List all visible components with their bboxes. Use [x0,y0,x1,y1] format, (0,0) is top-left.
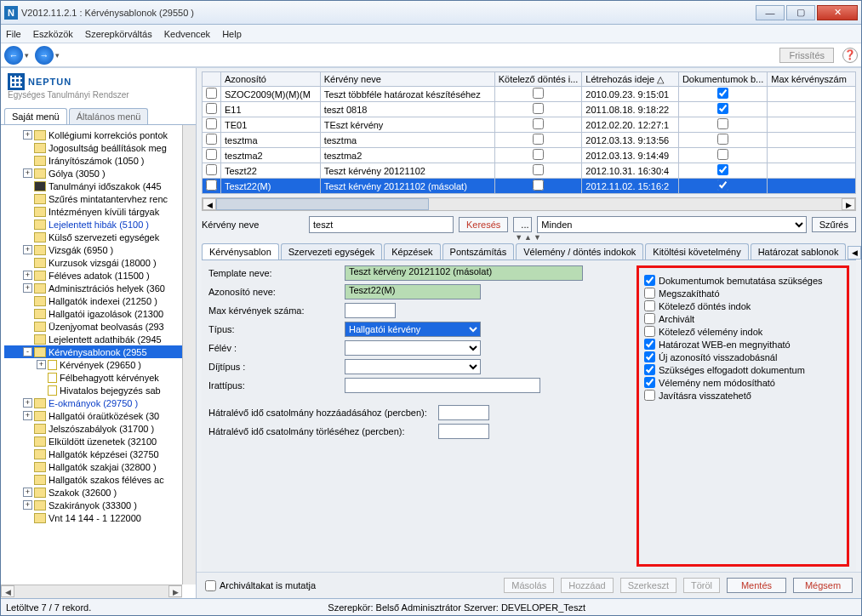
copy-button[interactable]: Másolás [504,578,554,593]
nav-back-button[interactable]: ← [4,46,23,65]
nav-tree[interactable]: +Kollégiumi korrekciós pontokJogosultság… [1,125,196,598]
irattipus-input[interactable] [345,378,540,393]
tab-left[interactable]: ◀ [848,246,861,260]
nav-back-drop[interactable]: ▾ [25,51,33,60]
tree-item[interactable]: Külső szervezeti egységek [4,231,194,243]
col-header[interactable]: Létrehozás ideje △ [582,72,679,87]
tree-item[interactable]: Hallgatói igazolások (21300 [4,307,194,320]
detail-tab[interactable]: Szervezeti egységek [281,243,383,260]
row-check[interactable] [206,88,217,99]
table-row[interactable]: E11teszt 08182011.08.18. 9:18:22 [203,102,856,117]
filter-input[interactable] [309,216,454,233]
option-check[interactable] [644,288,655,299]
nav-fwd-drop[interactable]: ▾ [55,51,64,60]
detail-tab[interactable]: Kitöltési követelmény [645,243,748,260]
tree-item[interactable]: Lejelentett adathibák (2945 [4,333,194,345]
search-more-button[interactable]: ... [513,217,532,232]
tree-item[interactable]: -Kérvénysablonok (2955 [4,345,194,358]
row-check[interactable] [206,180,217,191]
tree-item[interactable]: +Adminisztrációs helyek (360 [4,282,194,294]
col-header[interactable]: Azonosító [221,72,321,87]
expand-icon[interactable]: + [37,360,46,369]
expand-icon[interactable]: + [23,271,32,280]
row-check[interactable] [206,164,217,175]
table-row[interactable]: TE01TEszt kérvény2012.02.20. 12:27:1 [203,117,856,133]
tree-item[interactable]: +Szakirányok (33300 ) [4,499,194,511]
tree-hscroll[interactable]: ◀▶ [1,585,182,598]
dijtipus-select[interactable] [345,359,481,374]
col-header[interactable]: Dokumentumok b... [678,72,767,87]
tree-item[interactable]: Hallgatók szakos féléves ac [4,473,194,486]
option-check[interactable] [644,390,655,401]
detail-tab[interactable]: Vélemény / döntés indokok [516,243,643,260]
menu-file[interactable]: File [6,29,21,39]
tree-item[interactable]: +Vizsgák (6950 ) [4,243,194,256]
dok-check[interactable] [717,88,728,99]
szures-button[interactable]: Szűrés [812,217,856,232]
table-row[interactable]: Teszt22Teszt kérvény 201211022012.10.31.… [203,163,856,179]
tree-item[interactable]: Intézményen kívüli tárgyak [4,205,194,218]
expand-icon[interactable]: + [23,130,32,140]
tree-item[interactable]: Szűrés mintatantervhez renc [4,192,194,205]
tree-item[interactable]: Tanulmányi időszakok (445 [4,180,194,192]
tree-item[interactable]: +Hallgatói óraütközések (30 [4,409,194,422]
row-check[interactable] [206,134,217,145]
option-check[interactable] [644,326,655,337]
attach-add-time-input[interactable] [438,405,489,420]
tree-item[interactable]: Hallgatók képzései (32750 [4,448,194,460]
table-row[interactable]: Teszt22(M)Teszt kérvény 20121102 (másola… [203,179,856,194]
nav-fwd-button[interactable]: → [35,46,54,65]
attach-del-time-input[interactable] [438,424,489,439]
menu-tools[interactable]: Eszközök [33,29,73,39]
max-input[interactable] [345,303,396,318]
maximize-button[interactable]: ▢ [786,5,815,20]
tree-item[interactable]: +Kérvények (29650 ) [4,358,194,371]
kot-check[interactable] [533,164,544,175]
tree-item[interactable]: Hallgatók szakjai (32800 ) [4,460,194,473]
expand-icon[interactable]: + [23,398,32,408]
kot-check[interactable] [533,118,544,129]
option-check[interactable] [644,275,655,286]
menu-role[interactable]: Szerepkörváltás [85,29,152,39]
option-check[interactable] [644,300,655,311]
tree-item[interactable]: Félbehagyott kérvények [4,371,194,384]
close-button[interactable]: ✕ [817,5,858,20]
cancel-button[interactable]: Mégsem [793,578,853,593]
dok-check[interactable] [717,149,728,160]
dok-check[interactable] [717,164,728,175]
tree-vscroll[interactable] [182,125,196,585]
tree-item[interactable]: Hivatalos bejegyzés sab [4,384,194,396]
option-check[interactable] [644,313,655,324]
expand-icon[interactable]: + [23,283,32,293]
expand-icon[interactable]: + [23,488,32,497]
option-check[interactable] [644,377,655,388]
expand-icon[interactable]: + [23,500,32,510]
expand-icon[interactable]: + [23,168,32,178]
option-check[interactable] [644,364,655,375]
row-check[interactable] [206,118,217,129]
option-check[interactable] [644,351,655,362]
search-button[interactable]: Keresés [459,217,508,232]
minimize-button[interactable]: — [756,5,785,20]
detail-tab[interactable]: Kérvénysablon [202,243,279,260]
dok-check[interactable] [717,103,728,114]
save-button[interactable]: Mentés [727,578,786,593]
help-icon[interactable]: ❓ [842,48,858,63]
col-header[interactable]: Max kérvényszám [768,72,856,87]
dok-check[interactable] [717,118,728,129]
expand-icon[interactable]: - [23,347,32,356]
row-check[interactable] [206,149,217,160]
col-header[interactable]: Kötelező döntés i... [494,72,582,87]
option-check[interactable] [644,339,655,350]
delete-button[interactable]: Töröl [683,578,720,593]
tree-item[interactable]: +Gólya (3050 ) [4,167,194,180]
grid[interactable]: AzonosítóKérvény neveKötelező döntés i..… [202,71,856,194]
table-row[interactable]: tesztma2tesztma22012.03.13. 9:14:49 [203,148,856,163]
tree-item[interactable]: Irányítószámok (1050 ) [4,154,194,167]
expand-icon[interactable]: + [23,411,32,420]
tree-item[interactable]: Jogosultság beállítások meg [4,141,194,154]
show-archived-check[interactable] [205,580,216,591]
tree-item[interactable]: Kurzusok vizsgái (18000 ) [4,256,194,269]
table-row[interactable]: SZOC2009(M)(M)(MTeszt többféle határozat… [203,87,856,102]
kot-check[interactable] [533,103,544,114]
